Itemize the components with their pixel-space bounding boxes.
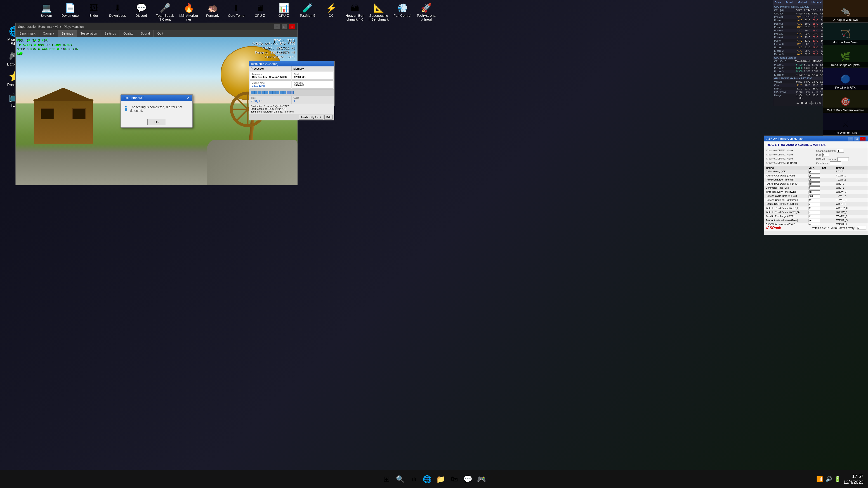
maximize-btn[interactable]: □: [282, 24, 287, 29]
app-gpuz[interactable]: 📊 GPU-Z: [272, 1, 295, 19]
game-entry-cod[interactable]: 🎯 Call of Duty Modern Warfare: [823, 90, 868, 113]
game-gpu-info: NVIDIA GeForce RTX 4090 Video: 324/512 M…: [251, 41, 295, 59]
game-entry-portal[interactable]: 🔵 Portal with RTX: [823, 68, 868, 90]
sensor-row-pcore0: Pcore 0 42°C 31°C 59°C 34°C: [773, 15, 823, 19]
nav-benchmark[interactable]: Benchmark: [16, 30, 39, 37]
taskbar-date: 12/4/2023: [843, 479, 864, 485]
sensor-next-btn[interactable]: ⏭: [805, 101, 808, 105]
game-entry-plague[interactable]: 🐀 A Plague Windows: [823, 0, 868, 23]
taskbar-battery-icon[interactable]: 🔋: [834, 476, 841, 482]
game-navigation: Benchmark Camera Settings Tessellation S…: [16, 30, 298, 37]
horizon-game-label: Horizon Zero Dawn: [823, 40, 868, 45]
taskbar-edge-btn[interactable]: 🌐: [421, 473, 433, 485]
nav-quit[interactable]: Quit: [154, 30, 167, 37]
taskbar-network-icon[interactable]: 📶: [816, 476, 823, 482]
nav-quality[interactable]: Quality: [120, 30, 137, 37]
nav-sound[interactable]: Sound: [137, 30, 154, 37]
timing-trcd-input[interactable]: [809, 174, 820, 177]
sensor-scroll-area[interactable]: CPU [#0] Intel Core i7-13700K CPU [#0] 5…: [773, 5, 823, 100]
app-teamspeak-label: TeamSpeak 3 Client: [155, 13, 175, 21]
close-btn[interactable]: ✕: [289, 24, 295, 29]
taskbar-search-btn[interactable]: 🔍: [394, 473, 406, 485]
game-window-title: Superposition Benchmark v1.x - Play: Man…: [18, 25, 84, 29]
asrock-gear-mode-input[interactable]: [830, 161, 841, 165]
asrock-p2b-input[interactable]: [822, 153, 829, 157]
game-entry-kena[interactable]: 🌿 Kena Bridge of Spirits: [823, 45, 868, 68]
app-superposition[interactable]: 📐 Superposition Benchmark: [367, 1, 390, 22]
hwinfo-sensor-panel: Drive Actual Minimal Maximal Verbreiten …: [773, 0, 823, 106]
cpuz-time-result: Time 2:53, 18: [249, 96, 291, 104]
nav-tessellation[interactable]: Tessellation: [77, 30, 101, 37]
cpuz-exit-btn[interactable]: Exit: [324, 115, 333, 120]
taskbar: ⊞ 🔍 ⧉ 🌐 📁 🛍 💬 🎮 📶 🔊 🔋 17:57 12/4/2023: [0, 470, 868, 488]
sensor-col-minimal: Minimal: [798, 1, 807, 4]
cpuz-load-config-btn[interactable]: Load config & exit: [299, 115, 323, 120]
hud-line2: TP 5.18% 8.09% DP 1.30% 0.30%: [17, 43, 78, 47]
game-entry-horizon[interactable]: 🏹 Horizon Zero Dawn: [823, 23, 868, 45]
sensor-settings-btn[interactable]: ⚙: [815, 101, 818, 105]
taskbar-explorer-btn[interactable]: 📁: [435, 473, 447, 485]
app-furmark[interactable]: 🦔 Furmark: [201, 1, 224, 19]
timing-trtp-input[interactable]: [809, 215, 820, 218]
app-teamspeak[interactable]: 🎤 TeamSpeak 3 Client: [154, 1, 176, 22]
app-bilder[interactable]: 🖼 Bilder: [83, 1, 105, 19]
dialog-ok-button[interactable]: OK: [147, 119, 166, 125]
app-heaven[interactable]: 🏔 Heaven Benchmark 4.0: [344, 1, 366, 22]
sensor-close-btn[interactable]: ✕: [819, 101, 822, 105]
app-cpuz[interactable]: 🖥 CPU-Z: [249, 1, 271, 19]
nav-settings2[interactable]: Settings: [101, 30, 120, 37]
app-fan-control[interactable]: 💨 Fan Control: [391, 1, 414, 19]
asrock-timings-scroll[interactable]: Timing Val A Set Timing Val B Set CAS La…: [764, 166, 868, 225]
taskbar-time-display[interactable]: 17:57 12/4/2023: [843, 473, 864, 485]
asrock-minimize-btn[interactable]: ─: [848, 137, 853, 140]
timing-tcl-input[interactable]: [809, 170, 820, 173]
game-entry-witcher[interactable]: ⚔ The Witcher Hunt: [823, 113, 868, 135]
taskbar-store-btn[interactable]: 🛍: [448, 473, 460, 485]
app-oc[interactable]: ⚡ OC: [320, 1, 342, 19]
asrock-close-btn[interactable]: ✕: [860, 137, 866, 140]
dialog-close-btn[interactable]: ✕: [187, 96, 190, 100]
app-msi-afterburner[interactable]: 🔥 MSI Afterburner: [178, 1, 200, 22]
app-downloads[interactable]: ⬇ Downloads: [106, 1, 129, 19]
timing-rfcp-input[interactable]: [809, 199, 820, 202]
timing-twtrs-input[interactable]: [809, 211, 820, 214]
timing-twr-input[interactable]: [809, 191, 820, 194]
timing-tfaw-input[interactable]: [809, 219, 820, 222]
asrock-dram-freq-input[interactable]: [837, 157, 849, 161]
app-techastronaute[interactable]: 🚀 TechAstronaut [neu]: [415, 1, 437, 22]
taskbar-discord-btn[interactable]: 💬: [462, 473, 474, 485]
timing-twtrl-input[interactable]: [809, 207, 820, 210]
asrock-timing-row-6: Write Recovery Time (tWR) WR2W_0: [764, 190, 868, 194]
asrock-timing-row-8: Refresh Code per Bankgroup RDWR_B: [764, 198, 868, 202]
app-discord[interactable]: 💬 Discord: [130, 1, 153, 19]
taskbar-taskview-btn[interactable]: ⧉: [408, 473, 420, 485]
sensor-prev-btn[interactable]: ⬅: [796, 101, 799, 105]
cpuz-avail-label: Available: [294, 82, 331, 84]
app-system[interactable]: 💻 System: [35, 1, 58, 19]
dialog-message: The testing is completed, 0 errors not d…: [130, 105, 189, 112]
asrock-channels-input[interactable]: [837, 149, 844, 153]
app-coretemp[interactable]: 🌡 Core Temp: [225, 1, 248, 19]
cpuz-action-buttons: Load config & exit Exit: [249, 114, 334, 121]
asrock-timing-header: Timing Val A Set Timing Val B Set: [764, 166, 868, 170]
timing-trrdl-input[interactable]: [809, 182, 820, 186]
app-testmem[interactable]: 🧪 TestMem5: [296, 1, 319, 19]
sensor-plus-btn[interactable]: ➕: [809, 101, 814, 105]
asrock-refresh-input[interactable]: [857, 226, 866, 230]
taskbar-start-btn[interactable]: ⊞: [381, 473, 393, 485]
asrock-maximize-btn[interactable]: □: [855, 137, 859, 140]
sensor-row-pcore4: Pcore 4 42°C 30°C 59°C 34°C: [773, 29, 823, 32]
sensor-pause-btn[interactable]: ⏸: [800, 101, 804, 105]
taskbar-steam-btn[interactable]: 🎮: [475, 473, 487, 485]
timing-cr-input[interactable]: [809, 186, 820, 190]
nav-settings-active[interactable]: Settings: [58, 30, 77, 37]
timing-trfc-input[interactable]: [809, 195, 820, 198]
app-dokumente[interactable]: 📄 Dokumente: [59, 1, 81, 19]
timing-trrds-input[interactable]: [809, 203, 820, 206]
timing-tcwl-input[interactable]: [809, 223, 820, 225]
timing-trp-input[interactable]: [809, 178, 820, 182]
taskbar-volume-icon[interactable]: 🔊: [825, 476, 832, 482]
coretemp-icon: 🌡: [229, 2, 243, 13]
nav-camera[interactable]: Camera: [39, 30, 58, 37]
minimize-btn[interactable]: ─: [274, 24, 280, 29]
